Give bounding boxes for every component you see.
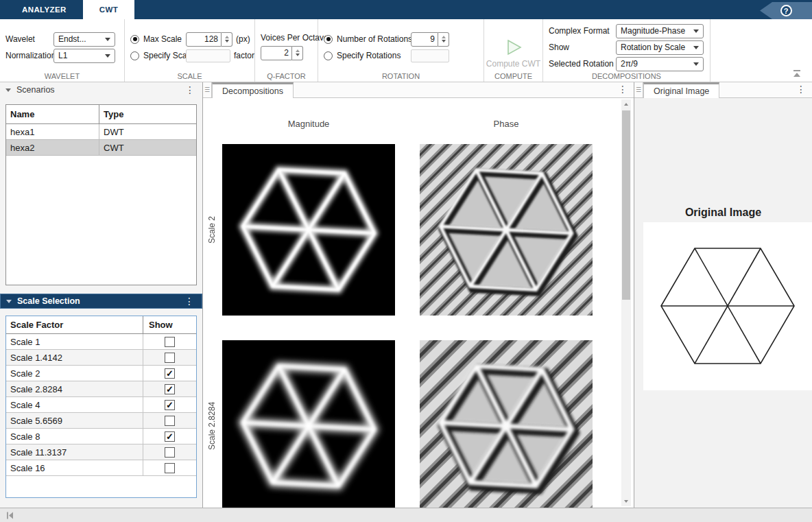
show-checkbox[interactable]: ✓: [165, 431, 175, 442]
collapse-arrow-icon[interactable]: [5, 88, 11, 92]
scenarios-table: Name Type hexa1DWThexa2CWT: [5, 104, 197, 285]
scale-row[interactable]: Scale 2✓: [6, 366, 196, 381]
scenario-row[interactable]: hexa2CWT: [6, 140, 196, 156]
show-checkbox[interactable]: [165, 447, 175, 458]
show-checkbox[interactable]: [165, 337, 175, 347]
show-checkbox[interactable]: ✓: [165, 384, 175, 394]
scale-table-header: Scale Factor Show: [6, 316, 196, 334]
tab-original-image[interactable]: Original Image: [643, 82, 719, 98]
section-qfactor: Voices Per Octave 2 Q-FACTOR: [255, 19, 318, 82]
voices-per-octave-spinner[interactable]: 2: [261, 46, 303, 60]
scale-show-cell: ✓: [143, 368, 196, 379]
show-checkbox[interactable]: ✓: [165, 368, 175, 379]
scenario-name-cell: hexa2: [6, 140, 99, 155]
number-of-rotations-radio[interactable]: [324, 35, 333, 44]
section-decompositions: Complex Format Magnitude-Phase Show Rota…: [543, 19, 710, 82]
scale-factor-cell: Scale 1: [6, 334, 143, 349]
show-checkbox[interactable]: [165, 463, 175, 473]
chevron-down-icon: [693, 29, 699, 33]
scale-selection-panel-title: Scale Selection: [17, 296, 182, 306]
collapse-arrow-icon[interactable]: [6, 300, 12, 303]
collapse-left-icon[interactable]: [5, 511, 14, 520]
collapse-toolstrip-icon[interactable]: [791, 69, 802, 78]
compute-cwt-label: Compute CWT: [486, 59, 540, 69]
scale-row[interactable]: Scale 2.8284✓: [6, 381, 196, 397]
voices-per-octave-value[interactable]: 2: [261, 46, 292, 60]
number-of-rotations-label: Number of Rotations: [337, 34, 411, 44]
number-of-rotations-value[interactable]: 9: [411, 32, 438, 47]
normalization-dropdown-value: L1: [58, 51, 67, 60]
section-label-compute: COMPUTE: [484, 72, 542, 80]
scenario-row[interactable]: hexa1DWT: [6, 124, 196, 140]
show-checkbox[interactable]: [165, 416, 175, 426]
scenarios-panel-header[interactable]: Scenarios ⋮: [0, 82, 202, 97]
max-scale-unit-label: (px): [236, 34, 250, 44]
scrollbar-thumb[interactable]: [622, 110, 630, 300]
tab-analyzer[interactable]: ANALYZER: [5, 0, 83, 19]
specify-rotations-field[interactable]: [411, 49, 449, 62]
show-dropdown[interactable]: Rotation by Scale: [616, 40, 704, 55]
row-label-scale-2: Scale 2: [203, 144, 221, 316]
show-checkbox[interactable]: [165, 353, 175, 363]
max-scale-spinner[interactable]: 128: [186, 32, 232, 47]
kebab-menu-icon[interactable]: ⋮: [183, 85, 197, 95]
splitter-grip-icon[interactable]: ☰: [203, 82, 212, 97]
scale-selection-panel-header[interactable]: Scale Selection ⋮: [0, 294, 202, 309]
original-image-tabbar: ☰ Original Image ⋮: [634, 82, 812, 98]
selected-rotation-dropdown[interactable]: 2π/9: [616, 57, 704, 71]
scale-show-cell: ✓: [143, 431, 196, 442]
scale-row[interactable]: Scale 16: [6, 460, 196, 476]
normalization-dropdown[interactable]: L1: [53, 49, 115, 63]
scale-row[interactable]: Scale 4✓: [6, 397, 196, 413]
specify-rotations-radio[interactable]: [324, 51, 333, 60]
max-scale-radio[interactable]: [130, 35, 139, 44]
scale-row[interactable]: Scale 5.6569: [6, 413, 196, 429]
show-label: Show: [549, 43, 616, 52]
section-label-rotation: ROTATION: [318, 72, 483, 80]
kebab-menu-icon[interactable]: ⋮: [616, 84, 630, 94]
scale-factor-cell: Scale 4: [6, 397, 143, 412]
scale-show-cell: ✓: [143, 400, 196, 410]
scenarios-col-type: Type: [99, 109, 196, 119]
scale-row[interactable]: Scale 11.3137: [6, 444, 196, 460]
scale-row[interactable]: Scale 8✓: [6, 429, 196, 444]
max-scale-value[interactable]: 128: [186, 32, 222, 47]
kebab-menu-icon[interactable]: ⋮: [182, 296, 196, 306]
compute-cwt-button[interactable]: Compute CWT: [484, 32, 542, 75]
specify-scales-field[interactable]: [186, 49, 230, 62]
scenario-type-cell: DWT: [99, 127, 196, 137]
scale-row[interactable]: Scale 1.4142: [6, 350, 196, 366]
wavelet-dropdown[interactable]: Endst...: [53, 32, 115, 47]
tab-cwt[interactable]: CWT: [83, 0, 134, 19]
help-icon[interactable]: ?: [780, 5, 792, 16]
decompositions-tabbar: ☰ Decompositions ⋮: [203, 82, 634, 98]
specify-scales-label: Specify Scales: [143, 51, 186, 60]
scale-show-cell: [143, 353, 196, 363]
scroll-down-icon[interactable]: [621, 497, 631, 506]
scale-row[interactable]: Scale 1: [6, 334, 196, 350]
magnitude-column-header: Magnitude: [222, 119, 395, 129]
scale-factor-cell: Scale 2: [6, 366, 143, 381]
complex-format-dropdown[interactable]: Magnitude-Phase: [616, 24, 704, 38]
tab-decompositions[interactable]: Decompositions: [212, 82, 294, 98]
scale-table-body: Scale 1Scale 1.4142Scale 2✓Scale 2.8284✓…: [6, 334, 196, 476]
kebab-menu-icon[interactable]: ⋮: [794, 84, 808, 94]
factor-label: factor: [234, 51, 254, 60]
help-banner[interactable]: ?: [760, 2, 812, 19]
splitter-grip-icon[interactable]: ☰: [634, 82, 643, 97]
vertical-scrollbar[interactable]: [621, 99, 631, 506]
scale-factor-cell: Scale 16: [6, 460, 143, 475]
show-checkbox[interactable]: ✓: [165, 400, 175, 410]
scale-factor-cell: Scale 2.8284: [6, 381, 143, 396]
left-panel: Scenarios ⋮ Name Type hexa1DWThexa2CWT S…: [0, 82, 203, 508]
specify-scales-radio[interactable]: [130, 51, 139, 60]
chevron-down-icon: [693, 62, 699, 66]
row-label-scale-2-8284: Scale 2.8284: [203, 340, 221, 508]
decompositions-panel: ☰ Decompositions ⋮ Magnitude Phase Scale…: [203, 82, 634, 508]
section-label-wavelet: WAVELET: [0, 72, 124, 80]
scroll-up-icon[interactable]: [621, 99, 631, 109]
original-image-panel: ☰ Original Image ⋮ Original Image: [634, 82, 812, 508]
section-label-decompositions: DECOMPOSITIONS: [543, 72, 710, 80]
number-of-rotations-spinner[interactable]: 9: [411, 32, 449, 47]
magnitude-image-scale-2-8284: [222, 340, 395, 507]
